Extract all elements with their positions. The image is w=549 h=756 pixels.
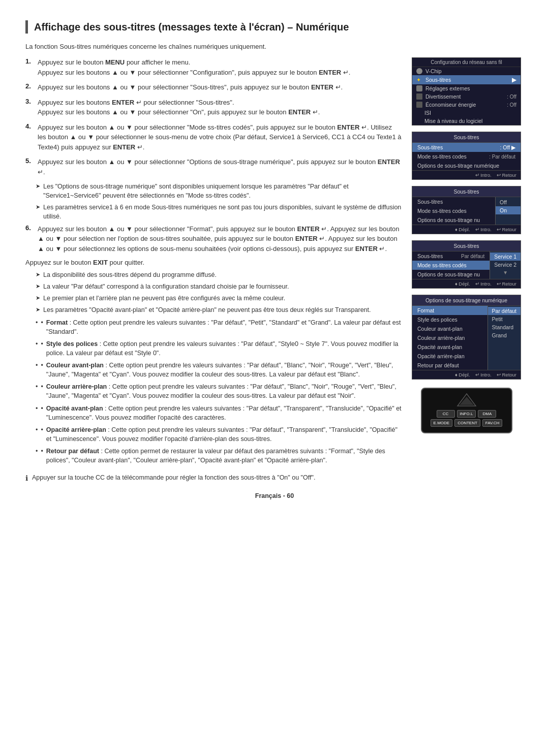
- remote-dma-button[interactable]: DMA: [478, 410, 496, 418]
- menu5-opt-petit: Petit: [488, 315, 521, 323]
- menu3-row-3: Options de sous-titrage nu: [412, 215, 495, 225]
- menu5-opt-pardefaut: Par défaut: [488, 307, 521, 315]
- menu4-row-2: Mode ss-titres codés: [412, 261, 490, 270]
- step-6: 6. Appuyez sur les bouton ▲ ou ▼ pour sé…: [25, 224, 402, 254]
- step-5: 5. Appuyez sur les bouton ▲ ou ▼ pour sé…: [25, 157, 402, 177]
- intro-text: La fonction Sous-titres numériques conce…: [25, 43, 524, 50]
- step-6-note-2: La valeur "Par défaut" correspond à la c…: [36, 282, 402, 291]
- menu2-row-3: Options de sous-titrage numérique: [412, 161, 521, 170]
- step-3-number: 3.: [25, 98, 34, 105]
- remote-row-2: E.MODE CONTENT FAV.CH: [427, 419, 506, 427]
- step-6-number: 6.: [25, 224, 34, 232]
- bottom-note: ℹ Appuyer sur la touche CC de la télécom…: [25, 474, 402, 482]
- bullet-list: • Format : Cette option peut prendre les…: [36, 318, 402, 465]
- menu4-footer: ♦ Dépl. ↵ Intro. ↩ Retour: [412, 279, 521, 288]
- eco-icon: [416, 102, 422, 108]
- menu-screenshot-1: Configuration du réseau sans fil V-Chip …: [412, 57, 521, 125]
- menu-screenshot-5: Options de sous-titrage numérique Format…: [412, 295, 521, 380]
- step-4-content: Appuyez sur les bouton ▲ ou ▼ pour sélec…: [38, 122, 402, 152]
- bullet-opacite-av: • Opacité avant-plan : Cette option peut…: [36, 404, 402, 422]
- menu4-row-3: Options de sous-titrage nu: [412, 270, 490, 279]
- bullet-couleur-av: • Couleur avant-plan : Cette option peut…: [36, 361, 402, 379]
- menu5-row-opacite-ar: Opacité arrière-plan: [412, 352, 487, 361]
- menu-screenshot-4: Sous-titres Sous-titres Par défaut Mode …: [412, 240, 521, 289]
- menu2-title: Sous-titres: [412, 132, 521, 143]
- step-5-number: 5.: [25, 157, 34, 165]
- left-column: 1. Appuyez sur le bouton MENU pour affic…: [25, 57, 402, 482]
- tv-icon-1: [416, 93, 422, 100]
- step-6-note-3: Le premier plan et l'arrière plan ne peu…: [36, 294, 402, 303]
- menu3-content: Sous-titres Mode ss-titres codes Options…: [412, 197, 521, 225]
- menu3-row-1: Sous-titres: [412, 197, 495, 206]
- menu4-content: Sous-titres Par défaut Mode ss-titres co…: [412, 251, 521, 279]
- bullet-format: • Format : Cette option peut prendre les…: [36, 318, 402, 336]
- step-1-content: Appuyez sur le bouton MENU pour afficher…: [38, 57, 350, 77]
- menu-screenshot-3: Sous-titres Sous-titres Mode ss-titres c…: [412, 186, 521, 234]
- menu3-option-off: Off: [496, 198, 521, 206]
- bullet-retour: • Retour par défaut : Cette option perme…: [36, 447, 402, 465]
- remote-body: CC INFO.L DMA E.MODE CONTENT FAV.CH: [421, 388, 512, 433]
- step-5-note-1: Les "Options de sous-titrage numérique" …: [36, 182, 402, 200]
- remote-favch-button[interactable]: FAV.CH: [482, 419, 503, 427]
- step-4: 4. Appuyez sur les bouton ▲ ou ▼ pour sé…: [25, 122, 402, 152]
- step-1-number: 1.: [25, 57, 34, 65]
- remote-infol-button[interactable]: INFO.L: [457, 410, 476, 418]
- menu2-footer: ↵ Intro. ↩ Retour: [412, 170, 521, 179]
- step-2-content: Appuyez sur les boutons ▲ ou ▼ pour séle…: [38, 82, 343, 92]
- gear-icon-2: [416, 85, 422, 91]
- menu5-content: Format Style des polices Couleur avant-p…: [412, 306, 521, 370]
- samsung-logo-icon: [456, 393, 477, 407]
- menu3-title: Sous-titres: [412, 186, 521, 197]
- note-icon: ℹ: [25, 474, 28, 482]
- menu5-opt-standard: Standard: [488, 323, 521, 331]
- menu2-row-1: Sous-titres : Off ▶: [412, 143, 521, 152]
- bullet-style: • Style des polices : Cette option peut …: [36, 339, 402, 358]
- arrow-right-icon: ▶: [512, 76, 516, 83]
- menu4-popup: Service 1 Service 2 ▼: [490, 251, 521, 279]
- right-column: Configuration du réseau sans fil V-Chip …: [412, 57, 524, 482]
- menu1-row-reglages: Réglages externes: [412, 84, 521, 92]
- step-2-number: 2.: [25, 82, 34, 90]
- step-1: 1. Appuyez sur le bouton MENU pour affic…: [25, 57, 402, 77]
- step-4-number: 4.: [25, 122, 34, 130]
- menu5-row-retour: Retour par défaut: [412, 361, 487, 370]
- menu1-row-eco: Économiseur énergie : Off: [412, 101, 521, 109]
- exit-note: Appuyez sur le bouton EXIT pour quitter.: [25, 259, 402, 266]
- gear-icon-1: [416, 68, 422, 74]
- remote-content-button[interactable]: CONTENT: [454, 419, 480, 427]
- menu5-row-couleur-av: Couleur avant-plan: [412, 324, 487, 333]
- menu3-row-2: Mode ss-titres codes: [412, 206, 495, 215]
- menu4-title: Sous-titres: [412, 241, 521, 251]
- menu5-row-style: Style des polices: [412, 315, 487, 324]
- menu5-row-couleur-ar: Couleur arrière-plan: [412, 333, 487, 342]
- menu1-title: Configuration du réseau sans fil: [412, 58, 521, 67]
- menu5-title: Options de sous-titrage numérique: [412, 295, 521, 306]
- remote-cc-button[interactable]: CC: [437, 410, 455, 418]
- menu1-row-divert: Divertissement : Off: [412, 92, 521, 101]
- menu3-option-on: On: [496, 206, 521, 214]
- menu4-row-1: Sous-titres Par défaut: [412, 251, 490, 261]
- step-3-content: Appuyez sur les boutons ENTER ↵ pour sél…: [38, 98, 320, 117]
- remote-row-1: CC INFO.L DMA: [427, 410, 506, 418]
- bullet-opacite-ar: • Opacité arrière-plan : Cette option pe…: [36, 425, 402, 444]
- menu3-popup: Off On: [495, 197, 521, 225]
- menu2-row-2: Mode ss-titres codes : Par défaut: [412, 152, 521, 161]
- arrow-icon: ▶: [511, 144, 515, 150]
- menu1-row-soustitres: ✦ Sous-titres ▶: [412, 75, 521, 84]
- menu5-opt-grand: Grand: [488, 331, 521, 339]
- remote-control: CC INFO.L DMA E.MODE CONTENT FAV.CH: [412, 388, 521, 433]
- star-icon: ✦: [416, 77, 422, 83]
- remote-logo: [427, 393, 506, 407]
- step-6-note-4: Les paramètres "Opacité avant-plan" et "…: [36, 305, 402, 314]
- step-6-content: Appuyez sur les bouton ▲ ou ▼ pour sélec…: [38, 224, 402, 254]
- bullet-couleur-ar: • Couleur arrière-plan : Cette option pe…: [36, 382, 402, 400]
- menu4-arrow-down: ▼: [490, 269, 521, 276]
- remote-emode-button[interactable]: E.MODE: [431, 419, 453, 427]
- menu5-row-opacite-av: Opacité avant-plan: [412, 342, 487, 352]
- step-2: 2. Appuyez sur les boutons ▲ ou ▼ pour s…: [25, 82, 402, 92]
- step-3: 3. Appuyez sur les boutons ENTER ↵ pour …: [25, 98, 402, 117]
- menu-screenshot-2: Sous-titres Sous-titres : Off ▶ Mode ss-…: [412, 132, 521, 180]
- menu4-opt-service1: Service 1: [490, 253, 521, 261]
- step-5-note-2: Les paramètres service1 à 6 en mode Sous…: [36, 203, 402, 221]
- step-5-content: Appuyez sur les bouton ▲ ou ▼ pour sélec…: [38, 157, 402, 177]
